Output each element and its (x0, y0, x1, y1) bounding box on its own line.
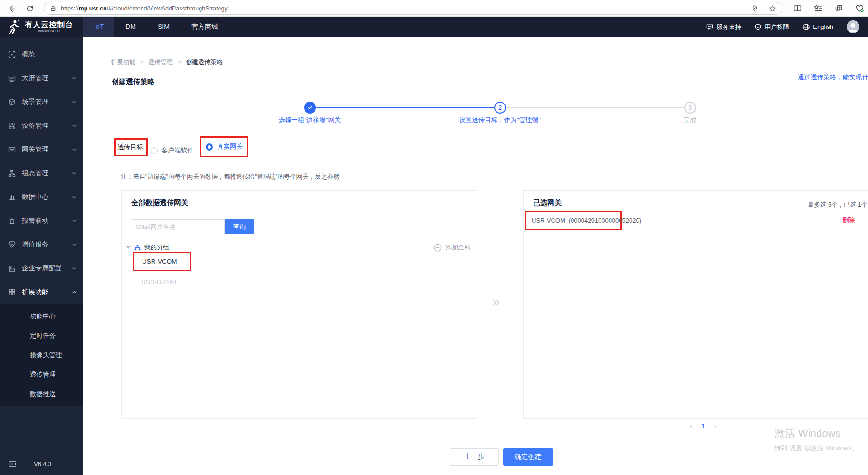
tab-dm[interactable]: DM (114, 17, 147, 37)
help-link[interactable]: 通过透传策略，能实现什么 (798, 73, 868, 82)
note-text: 注：来自"边缘端"的每个网关的数据，都将透传给"管理端"的每个网关，反之亦然 (121, 172, 339, 181)
radio-checked-icon[interactable] (206, 143, 213, 151)
lock-icon (50, 5, 57, 12)
sidebar-item-alarm[interactable]: 报警联动 (0, 209, 83, 233)
back-arrow-icon (7, 5, 15, 13)
app-logo[interactable]: 有人云控制台 www.usr.cn (0, 19, 83, 35)
radio-client-software[interactable]: 客户端软件 (151, 143, 194, 158)
gateway-item-usr-dr164: USR-DR164 (141, 278, 177, 285)
confirm-create-button[interactable]: 确定创建 (503, 448, 553, 466)
sidebar-item-label: 场景管理 (22, 98, 66, 106)
submenu-item-camera-management[interactable]: 摄像头管理 (0, 345, 83, 365)
collections-add-icon[interactable] (835, 4, 843, 12)
sidebar-item-enterprise[interactable]: 企业专属配置 (0, 256, 83, 280)
sidebar-item-extend[interactable]: 扩展功能 (0, 280, 83, 304)
sidebar-item-label: 企业专属配置 (22, 264, 66, 273)
sidebar-item-overview[interactable]: 概览 (0, 43, 83, 66)
sidebar-item-label: 数据中心 (22, 193, 66, 201)
sidebar-item-device[interactable]: 设备管理 (0, 114, 83, 138)
sidebar-item-scene[interactable]: 场景管理 (0, 90, 83, 114)
app-window: https://mp.usr.cn/#/cloud/extend/ViewAdd… (0, 0, 868, 475)
selection-limit-text: 最多选 5个，已选 1个 (808, 200, 868, 209)
step3-label: 完成 (614, 116, 766, 124)
sidebar-item-data-center[interactable]: 数据中心 (0, 185, 83, 209)
tree-caret-icon[interactable] (126, 246, 131, 249)
sidebar-item-gateway[interactable]: 网关管理 (0, 138, 83, 162)
watermark-line2: 转到"设置"以激活 Windows。 (774, 444, 858, 453)
device-icon (8, 122, 16, 130)
search-button[interactable]: 查询 (225, 219, 254, 234)
breadcrumb-current: 创建透传策略 (186, 58, 223, 66)
breadcrumb: 扩展功能 > 透传管理 > 创建透传策略 (111, 58, 223, 66)
breadcrumb-passthrough[interactable]: 透传管理 (148, 58, 173, 66)
chevron-down-icon (72, 266, 76, 271)
transfer-right-icon: » (492, 293, 498, 310)
user-permission-link[interactable]: 用户权限 (754, 23, 789, 31)
pagination-next-icon[interactable]: › (714, 422, 716, 430)
favorites-bar-icon[interactable] (814, 4, 822, 13)
breadcrumb-extend[interactable]: 扩展功能 (111, 58, 135, 66)
sidebar-item-label: 网关管理 (22, 145, 66, 154)
submenu-item-passthrough-management[interactable]: 透传管理 (0, 365, 83, 384)
check-icon (307, 104, 313, 111)
browser-back-button[interactable] (5, 2, 17, 15)
language-switcher[interactable]: English (802, 23, 833, 31)
gateway-name[interactable]: USR-VCOM (142, 258, 177, 265)
extend-submenu: 功能中心 定时任务 摄像头管理 透传管理 数据推送 (0, 304, 83, 406)
sidebar-item-configuration[interactable]: 组态管理 (0, 162, 83, 185)
service-support-link[interactable]: 服务支持 (706, 23, 741, 31)
chevron-down-icon (72, 76, 76, 81)
user-avatar[interactable] (847, 20, 859, 33)
gateway-item-usr-vcom[interactable]: USR-VCOM (133, 252, 191, 271)
add-all-button[interactable]: 添加全部 (434, 243, 470, 252)
split-screen-icon[interactable] (793, 4, 801, 12)
step1-circle (304, 102, 316, 114)
sidebar-item-big-screen[interactable]: 大屏管理 (0, 66, 83, 90)
overview-icon (8, 51, 16, 58)
selected-gateway-sn: (00004291000000052020) (569, 217, 641, 224)
shield-icon (754, 23, 762, 31)
pagination-prev-icon[interactable]: ‹ (690, 422, 692, 430)
gateway-search-input[interactable] (131, 219, 225, 234)
previous-step-button[interactable]: 上一步 (450, 448, 499, 466)
pagination-page-1[interactable]: 1 (701, 422, 705, 430)
sidebar-item-value-added[interactable]: 增值服务 (0, 233, 83, 256)
chevron-down-icon (72, 171, 76, 176)
watermark-line1: 激活 Windows (774, 427, 858, 441)
all-gateways-title: 全部数据透传网关 (131, 199, 188, 208)
sidebar-item-label: 设备管理 (22, 122, 66, 130)
user-permission-label: 用户权限 (764, 23, 789, 31)
service-support-label: 服务支持 (716, 23, 741, 31)
avatar-person-icon (847, 20, 859, 33)
group-label[interactable]: 我的分组 (144, 243, 169, 252)
title-divider (95, 95, 868, 95)
browser-refresh-button[interactable] (24, 2, 36, 15)
chevron-down-icon (72, 242, 76, 247)
collapse-sidebar-icon[interactable] (9, 460, 17, 467)
tab-iot[interactable]: IoT (83, 17, 114, 37)
location-pin-icon[interactable] (751, 5, 758, 12)
address-bar[interactable]: https://mp.usr.cn/#/cloud/extend/ViewAdd… (44, 2, 782, 15)
submenu-item-scheduled-tasks[interactable]: 定时任务 (0, 326, 83, 345)
delete-link[interactable]: 删除 (842, 216, 855, 225)
selected-gateway-row: USR-VCOM (00004291000000052020) (525, 211, 622, 230)
radio-client-label[interactable]: 客户端软件 (162, 146, 194, 155)
radio-gateway-label[interactable]: 真实网关 (217, 142, 243, 151)
radio-real-gateway[interactable]: 真实网关 (200, 136, 248, 157)
logo-subtitle: www.usr.cn (25, 28, 73, 33)
step2-label: 设置透传目标，作为"管理端" (424, 116, 576, 124)
step2-circle: 2 (494, 102, 506, 114)
step-connector-done (315, 107, 495, 108)
tab-mall[interactable]: 官方商城 (181, 17, 229, 37)
radio-unchecked-icon[interactable] (151, 147, 158, 154)
configuration-icon (8, 170, 16, 177)
favorite-star-icon[interactable] (769, 5, 776, 12)
big-screen-icon (8, 75, 16, 82)
breadcrumb-separator: > (140, 59, 143, 66)
submenu-item-function-center[interactable]: 功能中心 (0, 306, 83, 326)
submenu-item-data-push[interactable]: 数据推送 (0, 384, 83, 404)
tab-sim[interactable]: SIM (147, 17, 181, 37)
browser-essentials-icon[interactable] (855, 4, 864, 13)
sidebar-item-label: 概览 (22, 50, 76, 59)
gateway-icon (8, 146, 16, 153)
